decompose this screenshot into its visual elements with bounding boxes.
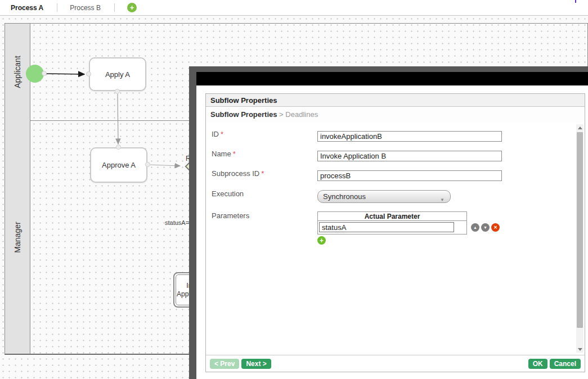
breadcrumb: Subflow Properties > Deadlines <box>206 107 585 122</box>
delete-row-icon[interactable]: ✕ <box>491 223 500 232</box>
scroll-up-icon[interactable] <box>576 124 583 131</box>
cancel-button[interactable]: Cancel <box>550 359 581 369</box>
execution-selected-value: Synchronous <box>323 192 366 201</box>
dialog-footer: < Prev Next > OK Cancel <box>206 355 585 372</box>
lane-manager-header[interactable]: Manager <box>5 120 30 354</box>
activity-approve-a[interactable]: Approve A <box>90 147 147 183</box>
port-approve-top[interactable] <box>116 145 121 150</box>
port-start-right[interactable] <box>42 71 47 76</box>
lane-manager-label: Manager <box>13 222 22 252</box>
clipped-toolbar-fragment <box>575 0 576 3</box>
move-down-icon[interactable]: ▼ <box>481 223 490 232</box>
parameter-value-field[interactable] <box>319 222 454 232</box>
port-approve-right[interactable] <box>145 162 150 167</box>
id-label: ID* <box>212 130 223 138</box>
parameters-label: Parameters <box>212 211 249 220</box>
dialog-body: Subflow Properties Subflow Properties > … <box>196 85 588 379</box>
port-apply-left[interactable] <box>86 71 91 76</box>
breadcrumb-current[interactable]: Subflow Properties <box>210 110 277 119</box>
move-up-icon[interactable]: ▲ <box>471 223 479 232</box>
ok-button[interactable]: OK <box>528 359 547 369</box>
tab-process-a[interactable]: Process A <box>0 4 57 12</box>
execution-select[interactable]: Synchronous ▼ <box>317 190 451 203</box>
dialog-titlebar[interactable] <box>196 72 588 85</box>
activity-apply-a[interactable]: Apply A <box>89 57 146 91</box>
add-process-icon[interactable]: + <box>127 3 137 12</box>
subflow-properties-dialog: Subflow Properties Subflow Properties > … <box>189 66 588 379</box>
lane-applicant-label: Applicant <box>13 56 22 88</box>
name-label: Name* <box>212 150 236 158</box>
parameter-row <box>317 221 467 234</box>
prev-button[interactable]: < Prev <box>210 359 239 369</box>
tab-process-b[interactable]: Process B <box>57 4 114 12</box>
port-apply-bottom[interactable] <box>115 89 120 94</box>
properties-panel: Subflow Properties Subflow Properties > … <box>205 93 585 372</box>
breadcrumb-deadlines[interactable]: Deadlines <box>285 110 318 119</box>
required-marker: * <box>261 169 264 178</box>
breadcrumb-separator: > <box>279 110 284 119</box>
add-row-icon[interactable]: + <box>317 236 326 245</box>
subprocess-id-field[interactable] <box>317 170 502 181</box>
id-field[interactable] <box>317 131 502 142</box>
parameter-row-actions: ▲ ▼ ✕ <box>471 223 500 232</box>
panel-title: Subflow Properties <box>206 94 585 107</box>
activity-apply-a-label: Apply A <box>105 70 130 79</box>
scroll-down-icon[interactable] <box>576 346 583 353</box>
activity-approve-a-label: Approve A <box>102 161 136 169</box>
dialog-scrollbar[interactable] <box>576 124 583 353</box>
tab-separator <box>114 3 115 12</box>
chevron-down-icon: ▼ <box>440 194 445 206</box>
execution-label: Execution <box>212 190 244 198</box>
subprocess-id-label: Subprocess ID* <box>212 169 264 178</box>
name-field[interactable] <box>317 151 502 161</box>
parameters-column-header: Actual Parameter <box>317 211 467 221</box>
scrollbar-thumb[interactable] <box>577 132 583 328</box>
panel-content: ID* Name* Subprocess ID* Execution <box>206 122 585 355</box>
next-button[interactable]: Next > <box>241 359 271 369</box>
parameters-table: Actual Parameter <box>317 211 467 234</box>
transition-condition-label: statusA= <box>165 219 189 226</box>
required-marker: * <box>233 150 236 158</box>
required-marker: * <box>221 130 223 138</box>
process-tabbar: Process A Process B + <box>0 0 588 16</box>
